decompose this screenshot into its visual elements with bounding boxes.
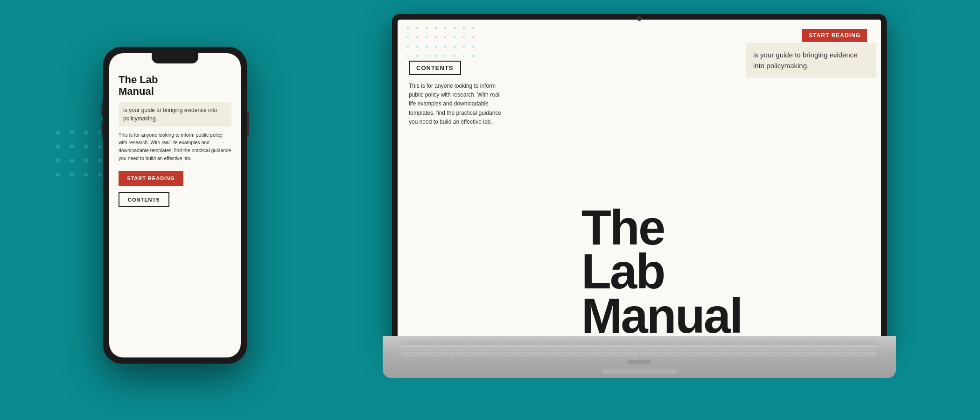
laptop-device: CONTENTS This is for anyone looking to i… (383, 14, 896, 378)
laptop-contents-label: CONTENTS (416, 64, 454, 71)
laptop-screen-outer: CONTENTS This is for anyone looking to i… (392, 14, 887, 346)
laptop-right-panel: START ReadinG is your guide to bringing … (581, 20, 881, 343)
phone-contents-label: CONTENTS (128, 197, 160, 203)
laptop-camera (637, 16, 642, 21)
phone-screen: The Lab Manual is your guide to bringing… (109, 53, 241, 357)
phone-title: The Lab Manual (119, 74, 231, 98)
phone-subtitle: is your guide to bringing evidence into … (119, 102, 231, 126)
phone-subtitle-text: is your guide to bringing evidence into … (123, 107, 217, 122)
phone-content-area: The Lab Manual is your guide to bringing… (109, 53, 241, 357)
phone-notch (152, 53, 198, 63)
phone-body-text: This is for anyone looking to inform pub… (119, 131, 231, 162)
phone-start-label: START READING (127, 175, 175, 181)
laptop-body-text: This is for anyone looking to inform pub… (409, 82, 507, 126)
phone-device: The Lab Manual is your guide to bringing… (103, 47, 247, 364)
laptop-usb-port (628, 360, 651, 364)
laptop-left-panel: CONTENTS This is for anyone looking to i… (398, 20, 581, 343)
laptop-contents-button[interactable]: CONTENTS (409, 61, 461, 75)
phone-body: The Lab Manual is your guide to bringing… (103, 47, 247, 364)
laptop-start-reading-button[interactable]: START ReadinG (802, 29, 867, 42)
laptop-content-area: CONTENTS This is for anyone looking to i… (398, 20, 881, 343)
phone-volume-down (101, 121, 103, 135)
laptop-screen: CONTENTS This is for anyone looking to i… (398, 20, 881, 343)
phone-start-reading-button[interactable]: START READING (119, 171, 183, 186)
phone-title-line1: The Lab (119, 74, 158, 85)
phone-contents-button[interactable]: CONTENTS (119, 192, 169, 207)
laptop-subtitle: is your guide to bringing evidence into … (753, 49, 869, 71)
phone-volume-up (101, 103, 103, 117)
laptop-touchpad (602, 369, 677, 374)
laptop-title-line3: Manual (581, 288, 742, 343)
laptop-start-label: START ReadinG (809, 32, 861, 39)
laptop-body-base (383, 336, 896, 378)
phone-power-button (247, 112, 249, 135)
phone-title-line2: Manual (119, 85, 154, 97)
